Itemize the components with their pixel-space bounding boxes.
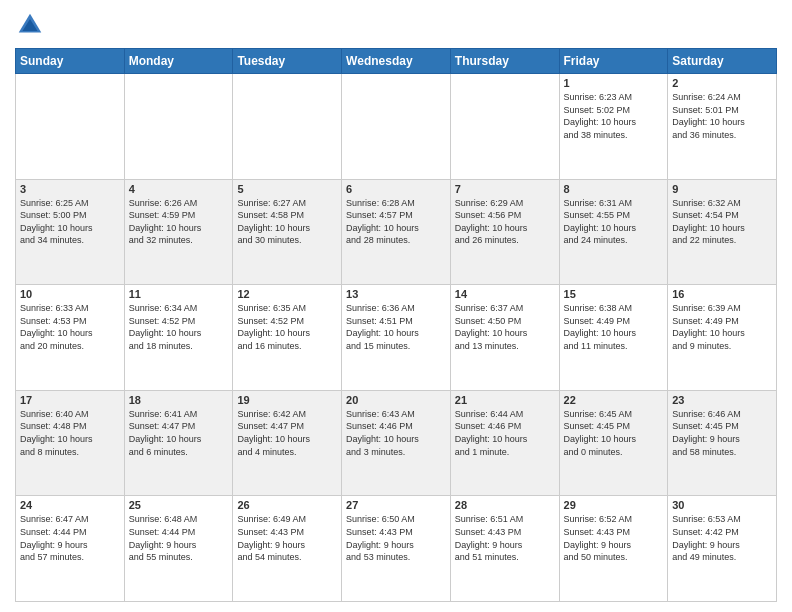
day-number: 4 [129,183,229,195]
calendar-cell: 9Sunrise: 6:32 AM Sunset: 4:54 PM Daylig… [668,179,777,285]
header [15,10,777,40]
day-info: Sunrise: 6:23 AM Sunset: 5:02 PM Dayligh… [564,91,664,141]
calendar-cell: 27Sunrise: 6:50 AM Sunset: 4:43 PM Dayli… [342,496,451,602]
day-info: Sunrise: 6:42 AM Sunset: 4:47 PM Dayligh… [237,408,337,458]
day-info: Sunrise: 6:32 AM Sunset: 4:54 PM Dayligh… [672,197,772,247]
calendar-cell: 19Sunrise: 6:42 AM Sunset: 4:47 PM Dayli… [233,390,342,496]
day-info: Sunrise: 6:46 AM Sunset: 4:45 PM Dayligh… [672,408,772,458]
day-of-week-header: Saturday [668,49,777,74]
day-number: 18 [129,394,229,406]
day-of-week-header: Thursday [450,49,559,74]
day-of-week-header: Tuesday [233,49,342,74]
day-number: 12 [237,288,337,300]
day-number: 26 [237,499,337,511]
day-number: 23 [672,394,772,406]
day-number: 22 [564,394,664,406]
day-of-week-header: Friday [559,49,668,74]
day-number: 8 [564,183,664,195]
day-number: 20 [346,394,446,406]
day-info: Sunrise: 6:27 AM Sunset: 4:58 PM Dayligh… [237,197,337,247]
day-number: 9 [672,183,772,195]
day-info: Sunrise: 6:35 AM Sunset: 4:52 PM Dayligh… [237,302,337,352]
day-info: Sunrise: 6:38 AM Sunset: 4:49 PM Dayligh… [564,302,664,352]
calendar-cell [342,74,451,180]
calendar-cell [450,74,559,180]
calendar-cell: 8Sunrise: 6:31 AM Sunset: 4:55 PM Daylig… [559,179,668,285]
day-number: 27 [346,499,446,511]
day-info: Sunrise: 6:33 AM Sunset: 4:53 PM Dayligh… [20,302,120,352]
calendar-cell: 21Sunrise: 6:44 AM Sunset: 4:46 PM Dayli… [450,390,559,496]
day-of-week-header: Sunday [16,49,125,74]
day-number: 29 [564,499,664,511]
page: SundayMondayTuesdayWednesdayThursdayFrid… [0,0,792,612]
calendar-cell: 30Sunrise: 6:53 AM Sunset: 4:42 PM Dayli… [668,496,777,602]
day-number: 30 [672,499,772,511]
day-number: 24 [20,499,120,511]
day-number: 11 [129,288,229,300]
calendar-cell: 24Sunrise: 6:47 AM Sunset: 4:44 PM Dayli… [16,496,125,602]
day-number: 13 [346,288,446,300]
day-number: 17 [20,394,120,406]
day-info: Sunrise: 6:39 AM Sunset: 4:49 PM Dayligh… [672,302,772,352]
calendar-cell: 4Sunrise: 6:26 AM Sunset: 4:59 PM Daylig… [124,179,233,285]
day-info: Sunrise: 6:45 AM Sunset: 4:45 PM Dayligh… [564,408,664,458]
calendar-week-row: 17Sunrise: 6:40 AM Sunset: 4:48 PM Dayli… [16,390,777,496]
day-number: 21 [455,394,555,406]
calendar-cell: 18Sunrise: 6:41 AM Sunset: 4:47 PM Dayli… [124,390,233,496]
day-info: Sunrise: 6:49 AM Sunset: 4:43 PM Dayligh… [237,513,337,563]
calendar-cell: 16Sunrise: 6:39 AM Sunset: 4:49 PM Dayli… [668,285,777,391]
day-of-week-header: Wednesday [342,49,451,74]
day-info: Sunrise: 6:53 AM Sunset: 4:42 PM Dayligh… [672,513,772,563]
day-info: Sunrise: 6:47 AM Sunset: 4:44 PM Dayligh… [20,513,120,563]
day-number: 1 [564,77,664,89]
calendar-cell: 17Sunrise: 6:40 AM Sunset: 4:48 PM Dayli… [16,390,125,496]
day-number: 3 [20,183,120,195]
day-info: Sunrise: 6:28 AM Sunset: 4:57 PM Dayligh… [346,197,446,247]
day-info: Sunrise: 6:31 AM Sunset: 4:55 PM Dayligh… [564,197,664,247]
day-info: Sunrise: 6:51 AM Sunset: 4:43 PM Dayligh… [455,513,555,563]
day-number: 19 [237,394,337,406]
day-number: 10 [20,288,120,300]
calendar-cell: 12Sunrise: 6:35 AM Sunset: 4:52 PM Dayli… [233,285,342,391]
logo [15,10,49,40]
day-number: 7 [455,183,555,195]
calendar-cell: 10Sunrise: 6:33 AM Sunset: 4:53 PM Dayli… [16,285,125,391]
day-info: Sunrise: 6:48 AM Sunset: 4:44 PM Dayligh… [129,513,229,563]
calendar-cell: 20Sunrise: 6:43 AM Sunset: 4:46 PM Dayli… [342,390,451,496]
calendar-cell: 1Sunrise: 6:23 AM Sunset: 5:02 PM Daylig… [559,74,668,180]
calendar-cell: 3Sunrise: 6:25 AM Sunset: 5:00 PM Daylig… [16,179,125,285]
calendar-cell: 2Sunrise: 6:24 AM Sunset: 5:01 PM Daylig… [668,74,777,180]
calendar-cell: 28Sunrise: 6:51 AM Sunset: 4:43 PM Dayli… [450,496,559,602]
day-number: 14 [455,288,555,300]
calendar-cell: 7Sunrise: 6:29 AM Sunset: 4:56 PM Daylig… [450,179,559,285]
day-number: 15 [564,288,664,300]
calendar-cell [233,74,342,180]
calendar-header-row: SundayMondayTuesdayWednesdayThursdayFrid… [16,49,777,74]
day-info: Sunrise: 6:40 AM Sunset: 4:48 PM Dayligh… [20,408,120,458]
calendar-week-row: 24Sunrise: 6:47 AM Sunset: 4:44 PM Dayli… [16,496,777,602]
day-number: 6 [346,183,446,195]
calendar-cell: 14Sunrise: 6:37 AM Sunset: 4:50 PM Dayli… [450,285,559,391]
day-number: 5 [237,183,337,195]
day-number: 16 [672,288,772,300]
day-info: Sunrise: 6:25 AM Sunset: 5:00 PM Dayligh… [20,197,120,247]
day-info: Sunrise: 6:26 AM Sunset: 4:59 PM Dayligh… [129,197,229,247]
day-of-week-header: Monday [124,49,233,74]
day-number: 2 [672,77,772,89]
calendar-cell: 22Sunrise: 6:45 AM Sunset: 4:45 PM Dayli… [559,390,668,496]
day-info: Sunrise: 6:50 AM Sunset: 4:43 PM Dayligh… [346,513,446,563]
logo-icon [15,10,45,40]
calendar-cell: 13Sunrise: 6:36 AM Sunset: 4:51 PM Dayli… [342,285,451,391]
calendar-cell: 23Sunrise: 6:46 AM Sunset: 4:45 PM Dayli… [668,390,777,496]
day-info: Sunrise: 6:44 AM Sunset: 4:46 PM Dayligh… [455,408,555,458]
calendar-cell: 26Sunrise: 6:49 AM Sunset: 4:43 PM Dayli… [233,496,342,602]
day-number: 28 [455,499,555,511]
day-info: Sunrise: 6:41 AM Sunset: 4:47 PM Dayligh… [129,408,229,458]
calendar-cell [124,74,233,180]
calendar-cell: 5Sunrise: 6:27 AM Sunset: 4:58 PM Daylig… [233,179,342,285]
day-info: Sunrise: 6:36 AM Sunset: 4:51 PM Dayligh… [346,302,446,352]
day-info: Sunrise: 6:43 AM Sunset: 4:46 PM Dayligh… [346,408,446,458]
calendar-week-row: 10Sunrise: 6:33 AM Sunset: 4:53 PM Dayli… [16,285,777,391]
calendar-week-row: 3Sunrise: 6:25 AM Sunset: 5:00 PM Daylig… [16,179,777,285]
day-info: Sunrise: 6:29 AM Sunset: 4:56 PM Dayligh… [455,197,555,247]
